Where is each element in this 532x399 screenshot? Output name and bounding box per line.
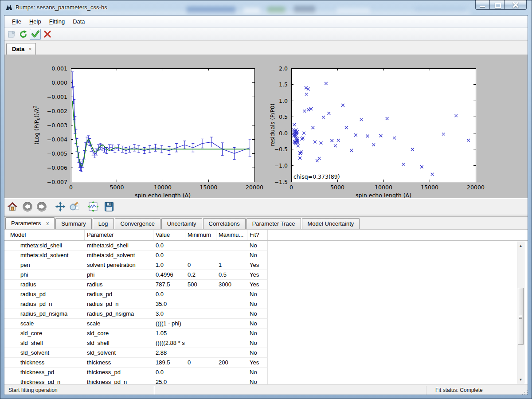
cell-model: thickness: [4, 358, 85, 367]
menu-fitting[interactable]: Fitting: [45, 16, 69, 27]
table-scrollbar[interactable]: ▲ ▼: [517, 242, 524, 383]
maximize-button[interactable]: [489, 0, 505, 10]
close-button[interactable]: [505, 0, 527, 10]
mpl-back-button[interactable]: [21, 200, 34, 213]
column-header-maximu[interactable]: Maximu...: [216, 230, 247, 240]
mpl-pan-button[interactable]: [54, 200, 66, 213]
tab-convergence[interactable]: Convergence: [115, 218, 160, 229]
column-header-minimum[interactable]: Minimum: [185, 230, 216, 240]
tab-uncertainty[interactable]: Uncertainty: [161, 218, 202, 229]
cell-maximu: [216, 368, 247, 377]
status-bar: Start fitting operation Fit status: Comp…: [4, 384, 528, 395]
cell-value: 35.0: [153, 299, 185, 309]
mpl-zoom-button[interactable]: [68, 200, 81, 213]
table-row[interactable]: sld_shellsld_shell(((((2.88 * sNo: [4, 338, 268, 348]
tab-log[interactable]: Log: [93, 218, 114, 229]
table-row[interactable]: sld_coresld_core1.05No: [4, 329, 268, 338]
table-row[interactable]: radius_pdradius_pd0.0No: [4, 289, 268, 299]
cell-minimum: [185, 329, 216, 338]
tab-close-icon[interactable]: ×: [28, 46, 32, 52]
tab-data[interactable]: Data ×: [6, 43, 36, 55]
title-bar[interactable]: Bumps: sesans_parameters_css-hs: [0, 0, 532, 15]
configure-subplots-icon: [87, 201, 99, 212]
minimize-icon: [480, 6, 485, 7]
mpl-save-button[interactable]: [103, 200, 115, 213]
cell-fit: No: [247, 250, 268, 260]
svg-text:0.001: 0.001: [51, 65, 67, 72]
column-header-parameter[interactable]: Parameter: [85, 230, 153, 240]
tab-data-label: Data: [12, 46, 24, 52]
column-header-model[interactable]: Model: [4, 230, 85, 240]
figure-canvas[interactable]: 050001000015000200000.0010.000−0.001−0.0…: [4, 55, 528, 198]
home-icon: [7, 201, 18, 212]
status-divider: [426, 386, 427, 395]
table-row[interactable]: thickness_pd_nthickness_pd_n25.0No: [4, 377, 268, 384]
column-header-fit[interactable]: Fit?: [247, 230, 268, 240]
table-row[interactable]: thicknessthickness189.50200Yes: [4, 358, 268, 368]
scroll-up-button[interactable]: ▲: [517, 242, 524, 249]
accept-fit-button[interactable]: [30, 29, 41, 40]
mpl-subplots-button[interactable]: [87, 200, 99, 213]
cell-minimum: [185, 250, 216, 260]
tab-parameters[interactable]: Parametersx: [5, 217, 55, 229]
parameter-table: mtheta:sld_shellmtheta:sld_shell0.0Nomth…: [4, 241, 528, 384]
tab-correlations[interactable]: Correlations: [203, 218, 246, 229]
refresh-icon: [19, 30, 28, 39]
cell-parameter: radius_pd_n: [85, 299, 153, 309]
table-row[interactable]: phiphi0.49960.20.5Yes: [4, 270, 268, 280]
cell-value: 0.0: [153, 250, 185, 260]
cell-model: sld_shell: [4, 338, 85, 348]
notebook-tabbar: ParametersxSummaryLogConvergenceUncertai…: [4, 217, 528, 230]
cell-minimum: [185, 368, 216, 377]
table-row[interactable]: radius_pd_nsigmaradius_pd_nsigma3.0No: [4, 309, 268, 319]
cell-maximu: [216, 309, 247, 318]
cell-fit: No: [247, 241, 268, 250]
mpl-forward-button[interactable]: [35, 200, 48, 213]
table-row[interactable]: radius_pd_nradius_pd_n35.0No: [4, 299, 268, 309]
cell-value: 0.4996: [153, 270, 185, 279]
cell-fit: Yes: [247, 358, 268, 367]
table-row[interactable]: scalescale((((1 - phi)No: [4, 319, 268, 329]
cell-value: 1.05: [153, 329, 185, 338]
menu-help[interactable]: Help: [25, 16, 45, 27]
cell-parameter: scale: [85, 319, 153, 328]
svg-text:(Log (P/P0))/λ2: (Log (P/P0))/λ2: [33, 106, 41, 145]
cell-model: radius_pd_nsigma: [4, 309, 85, 318]
scroll-down-button[interactable]: ▼: [517, 376, 524, 383]
tab-model-uncertainty[interactable]: Model Uncertainty: [302, 218, 360, 229]
console-log-button[interactable]: [6, 29, 17, 40]
cell-model: sld_core: [4, 329, 85, 338]
table-row[interactable]: mtheta:sld_solventmtheta:sld_solvent0.0N…: [4, 250, 268, 260]
table-row[interactable]: sld_solventsld_solvent2.88No: [4, 348, 268, 358]
table-row[interactable]: thickness_pdthickness_pd0.0No: [4, 368, 268, 377]
scroll-thumb[interactable]: [518, 288, 524, 345]
cell-fit: No: [247, 289, 268, 299]
close-icon: [505, 0, 527, 10]
cell-value: 1.0: [153, 260, 185, 270]
restart-fit-button[interactable]: [18, 29, 29, 40]
svg-text:−1.5: −1.5: [274, 179, 288, 185]
mpl-home-button[interactable]: [6, 200, 19, 213]
table-row[interactable]: pensolvent penetration1.001Yes: [4, 260, 268, 270]
cell-minimum: [185, 299, 216, 309]
minimize-button[interactable]: [475, 0, 489, 10]
table-row[interactable]: radiusradius787.55003000Yes: [4, 280, 268, 289]
column-header-value[interactable]: Value: [153, 230, 185, 240]
cell-maximu: [216, 299, 247, 309]
menu-file[interactable]: File: [8, 16, 25, 27]
cell-maximu: [216, 319, 247, 328]
resize-grip-icon[interactable]: [522, 389, 528, 395]
mpl-toolbar: [4, 198, 528, 215]
cell-model: radius_pd_n: [4, 299, 85, 309]
cell-parameter: thickness: [85, 358, 153, 367]
tab-close-icon[interactable]: x: [46, 220, 49, 227]
menu-data[interactable]: Data: [69, 16, 89, 27]
tab-summary[interactable]: Summary: [55, 218, 92, 229]
table-row[interactable]: mtheta:sld_shellmtheta:sld_shell0.0No: [4, 241, 268, 250]
cell-parameter: sld_shell: [85, 338, 153, 348]
cancel-fit-button[interactable]: [42, 29, 53, 40]
titlebar-glass-reflection: [80, 11, 470, 15]
cell-fit: No: [247, 348, 268, 357]
cell-minimum: [185, 241, 216, 250]
tab-parameter-trace[interactable]: Parameter Trace: [246, 218, 301, 229]
